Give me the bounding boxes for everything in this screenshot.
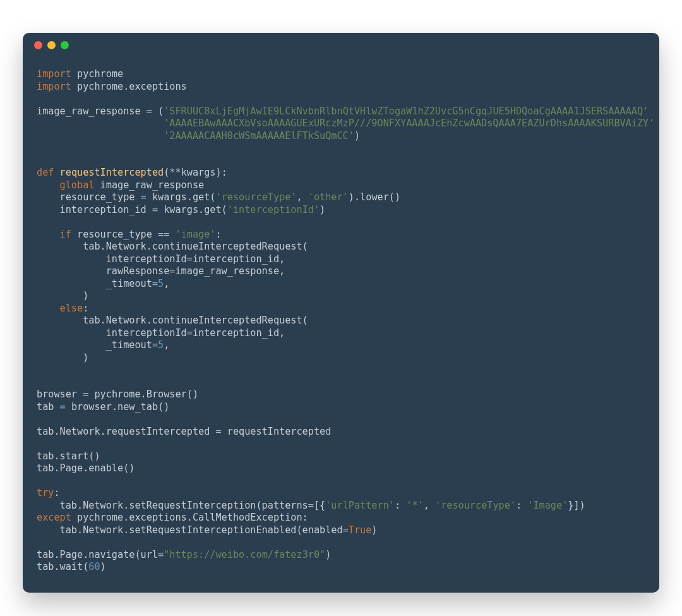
code-token: rawResponse — [37, 265, 169, 277]
code-token: 'image' — [175, 229, 215, 240]
code-token: tab.Page.enable() — [37, 462, 135, 474]
code-token: else — [60, 303, 83, 314]
code-token: tab.Network.requestIntercepted — [37, 426, 215, 437]
code-line — [37, 93, 645, 106]
code-token: interceptionId — [37, 327, 187, 339]
code-token: = — [308, 500, 314, 511]
code-token: pychrome.exceptions — [71, 81, 187, 92]
code-token: ) — [37, 352, 88, 363]
code-line: tab.Network.continueInterceptedRequest( — [37, 315, 645, 327]
code-token: ** — [169, 167, 181, 178]
code-line: image_raw_response = ('SFRUUC8xLjEgMjAwI… — [37, 106, 645, 118]
code-line — [37, 142, 645, 155]
code-token: tab.Network.setRequestInterceptionEnable… — [37, 524, 343, 536]
code-line: tab.Network.setRequestInterceptionEnable… — [37, 524, 645, 537]
code-token: == — [158, 229, 169, 240]
code-token: = — [187, 327, 193, 339]
code-token: if — [60, 229, 71, 240]
code-line: rawResponse=image_raw_response, — [37, 265, 645, 278]
code-token — [37, 179, 60, 191]
code-block: import pychromeimport pychrome.exception… — [23, 57, 659, 593]
code-token: '2AAAAACAAH0cWSmAAAAAElFTkSuQmCC' — [164, 130, 354, 142]
code-token: browser.new_tab() — [66, 401, 170, 413]
code-token: kwargs.get( — [158, 204, 227, 215]
code-token: image_raw_response, — [175, 265, 285, 277]
code-line: tab.Page.navigate(url="https://weibo.com… — [37, 549, 645, 562]
minimize-icon[interactable] — [47, 41, 56, 49]
code-token: import — [37, 68, 71, 80]
code-token: '*' — [406, 500, 423, 511]
code-token: tab.start() — [37, 450, 100, 462]
code-token: , — [164, 278, 169, 289]
code-token: _timeout — [37, 278, 152, 289]
code-token: 'Image' — [527, 500, 568, 511]
code-token: requestIntercepted — [222, 426, 332, 437]
code-token: ) — [100, 561, 106, 572]
code-token: tab.wait( — [37, 561, 88, 572]
code-token: "https://weibo.com/fatez3r0" — [164, 549, 325, 560]
code-line: '2AAAAACAAH0cWSmAAAAAElFTkSuQmCC') — [37, 130, 645, 143]
code-line: interceptionId=interception_id, — [37, 327, 645, 340]
code-token: 'other' — [308, 191, 349, 203]
code-line: interception_id = kwargs.get('intercepti… — [37, 204, 645, 217]
close-icon[interactable] — [34, 41, 42, 49]
code-token: , — [424, 500, 435, 511]
code-token: : — [83, 303, 88, 314]
zoom-icon[interactable] — [61, 41, 69, 49]
code-token — [37, 229, 60, 240]
code-line — [37, 438, 645, 450]
code-token: ).lower() — [349, 191, 400, 203]
code-line: 'AAAAEBAwAAACXbVsoAAAAGUExURczMzP///9ONF… — [37, 118, 645, 130]
code-token: ) — [37, 290, 88, 301]
code-token — [37, 118, 164, 129]
code-token: 'SFRUUC8xLjEgMjAwIE9LCkNvbnRlbnQtVHlwZTo… — [164, 106, 649, 117]
code-token: = — [152, 204, 158, 215]
code-token: def — [37, 167, 54, 178]
code-line: _timeout=5, — [37, 278, 645, 291]
code-line: import pychrome.exceptions — [37, 81, 645, 94]
code-token: : — [216, 229, 222, 240]
code-token: ) — [320, 204, 325, 215]
code-token: requestIntercepted — [60, 167, 164, 178]
code-line — [37, 364, 645, 377]
code-line: interceptionId=interception_id, — [37, 253, 645, 266]
code-line: ) — [37, 290, 645, 303]
code-token: _timeout — [37, 339, 152, 351]
code-token — [37, 130, 164, 142]
code-line: tab.Page.enable() — [37, 462, 645, 475]
code-line: tab = browser.new_tab() — [37, 401, 645, 414]
code-token: ) — [371, 524, 377, 536]
code-token: image_raw_response — [94, 179, 204, 191]
code-line: resource_type = kwargs.get('resourceType… — [37, 191, 645, 204]
page-root: import pychromeimport pychrome.exception… — [0, 0, 682, 616]
code-token: import — [37, 81, 71, 92]
code-token: tab.Network.continueInterceptedRequest( — [37, 241, 308, 252]
code-line: tab.Network.requestIntercepted = request… — [37, 426, 645, 438]
code-token: except — [37, 512, 71, 523]
code-token: }]) — [568, 500, 585, 511]
code-token: interception_id, — [193, 253, 285, 265]
code-token: resource_type — [37, 191, 141, 203]
code-token: [{ — [314, 500, 325, 511]
code-token: 5 — [158, 278, 164, 289]
code-token: True — [349, 524, 372, 536]
code-token: pychrome — [71, 68, 123, 80]
code-token: ( — [152, 106, 164, 117]
code-line: except pychrome.exceptions.CallMethodExc… — [37, 512, 645, 524]
code-line: tab.wait(60) — [37, 561, 645, 574]
code-token: : — [395, 500, 406, 511]
code-token: = — [215, 426, 221, 437]
code-token: 'resourceType' — [435, 500, 516, 511]
code-token: = — [187, 253, 193, 265]
code-token: 5 — [158, 339, 164, 351]
code-token: kwargs.get( — [147, 191, 216, 203]
code-token: ( — [164, 167, 169, 178]
code-line: else: — [37, 303, 645, 315]
code-line: tab.Network.setRequestInterception(patte… — [37, 500, 645, 512]
code-token: = — [158, 549, 164, 560]
code-line: try: — [37, 487, 645, 500]
code-token: kwargs): — [181, 167, 227, 178]
code-token: ) — [325, 549, 331, 560]
code-line: ) — [37, 352, 645, 365]
code-token: = — [141, 191, 147, 203]
